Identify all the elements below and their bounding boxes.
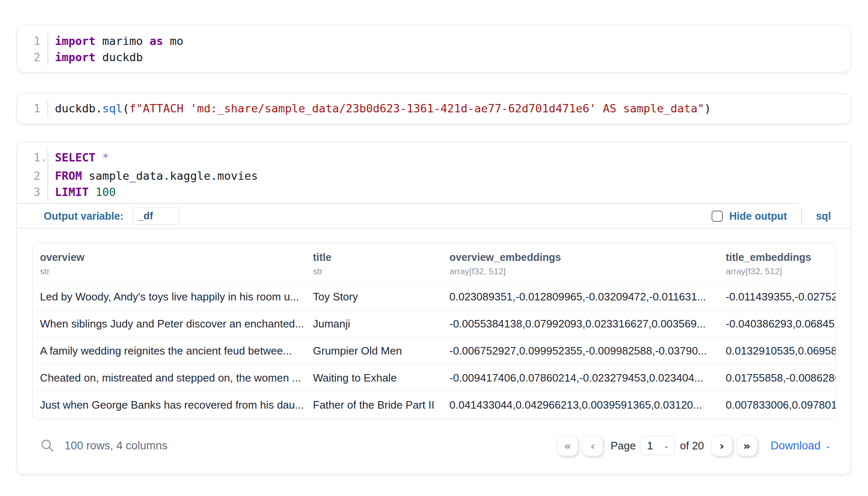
column-name: overview_embeddings — [449, 251, 719, 263]
output-variable-bar: Output variable: Hide output sql — [17, 204, 850, 228]
table-row[interactable]: Just when George Banks has recovered fro… — [32, 391, 836, 418]
code-editor[interactable]: 1duckdb.sql(f"ATTACH 'md:_share/sample_d… — [17, 94, 850, 121]
column-header-overview_embeddings[interactable]: overview_embeddingsarray[f32, 512] — [443, 243, 719, 283]
code-text: import marimo as mo — [47, 33, 184, 49]
code-line[interactable]: 2import duckdb — [17, 49, 850, 65]
first-page-button[interactable]: « — [557, 435, 578, 456]
table-cell: Jumanji — [306, 317, 443, 330]
table-cell: Cheated on, mistreated and stepped on, t… — [32, 372, 306, 384]
table-footer: 100 rows, 4 columns « ‹ Page 1 ⌄ of 20 ›… — [17, 429, 850, 462]
table-cell: Grumpier Old Men — [306, 345, 443, 357]
table-cell: A family wedding reignites the ancient f… — [32, 345, 306, 357]
row-summary: 100 rows, 4 columns — [64, 439, 168, 452]
chevron-down-icon: ⌄ — [825, 441, 831, 450]
table-cell: Led by Woody, Andy's toys live happily i… — [32, 290, 306, 303]
column-type: str — [40, 266, 306, 276]
language-badge[interactable]: sql — [816, 210, 831, 222]
next-page-button[interactable]: › — [712, 435, 732, 456]
column-type: array[f32, 512] — [449, 266, 719, 276]
download-label: Download — [771, 439, 821, 452]
table-row[interactable]: When siblings Judy and Peter discover an… — [32, 310, 836, 337]
page-select[interactable]: 1 ⌄ — [640, 436, 675, 455]
column-name: title — [313, 251, 443, 263]
line-number: 2 — [17, 168, 40, 184]
page-label: Page — [610, 439, 636, 452]
table-row[interactable]: A family wedding reignites the ancient f… — [32, 337, 836, 364]
sql-code-editor[interactable]: 1⌄SELECT *2FROM sample_data.kaggle.movie… — [17, 142, 850, 204]
output-variable-label: Output variable: — [44, 210, 124, 222]
code-text: import duckdb — [47, 49, 143, 65]
table-cell: Waiting to Exhale — [306, 372, 443, 384]
gutter-spacer — [40, 33, 47, 49]
table-cell: -0.009417406,0.07860214,-0.023279453,0.0… — [443, 372, 719, 384]
table-header-row: overviewstrtitlestroverview_embeddingsar… — [32, 243, 836, 283]
table-cell: -0.0055384138,0.07992093,0.023316627,0.0… — [443, 317, 719, 330]
column-header-title_embeddings[interactable]: title_embeddingsarray[f32, 512] — [719, 243, 836, 283]
last-page-button[interactable]: » — [737, 435, 757, 456]
gutter-spacer — [40, 168, 47, 184]
table-cell: Toy Story — [306, 290, 443, 303]
table-cell: -0.040386293,0.068451 — [719, 317, 836, 330]
table-cell: Father of the Bride Part II — [306, 399, 443, 412]
chevron-down-icon: ⌄ — [663, 441, 670, 450]
code-line[interactable]: 1import marimo as mo — [17, 33, 850, 49]
hide-output-checkbox[interactable] — [712, 211, 723, 222]
hide-output-label: Hide output — [729, 210, 787, 222]
column-name: title_embeddings — [726, 251, 836, 263]
code-cell-attach: 1duckdb.sql(f"ATTACH 'md:_share/sample_d… — [17, 93, 851, 124]
table-cell: 0.007833006,0.097801 — [719, 399, 836, 412]
table-cell: 0.023089351,-0.012809965,-0.03209472,-0.… — [443, 290, 719, 303]
column-name: overview — [40, 251, 306, 263]
code-cell-imports: 1import marimo as mo2import duckdb — [17, 25, 851, 72]
table-cell: When siblings Judy and Peter discover an… — [32, 317, 306, 330]
line-number: 2 — [17, 49, 40, 65]
table-cell: 0.01755858,-0.00862866 — [719, 372, 836, 384]
table-row[interactable]: Cheated on, mistreated and stepped on, t… — [32, 364, 836, 391]
column-header-title[interactable]: titlestr — [306, 243, 443, 283]
pagination: « ‹ Page 1 ⌄ of 20 › » Download ⌄ — [557, 435, 831, 456]
download-button[interactable]: Download ⌄ — [771, 439, 831, 452]
code-text: LIMIT 100 — [47, 184, 116, 200]
line-number: 1 — [17, 100, 40, 117]
fold-chevron-icon[interactable]: ⌄ — [40, 149, 47, 168]
table-cell: Just when George Banks has recovered fro… — [32, 399, 306, 412]
result-table: overviewstrtitlestroverview_embeddingsar… — [32, 243, 836, 419]
table-cell: 0.041433044,0.042966213,0.0039591365,0.0… — [443, 399, 719, 412]
gutter-spacer — [40, 100, 47, 117]
code-line[interactable]: 1duckdb.sql(f"ATTACH 'md:_share/sample_d… — [17, 100, 850, 117]
page-count-label: of 20 — [680, 439, 704, 452]
table-cell: 0.0132910535,0.069588 — [719, 345, 836, 357]
previous-page-button[interactable]: ‹ — [582, 435, 603, 456]
divider — [801, 208, 802, 224]
code-text: SELECT * — [47, 149, 109, 168]
gutter-spacer — [40, 49, 47, 65]
sql-cell: 1⌄SELECT *2FROM sample_data.kaggle.movie… — [17, 141, 851, 474]
line-number: 1 — [17, 33, 40, 49]
table-row[interactable]: Led by Woody, Andy's toys live happily i… — [32, 283, 836, 310]
search-icon[interactable] — [40, 439, 55, 453]
divider — [17, 228, 850, 229]
line-number: 1 — [17, 149, 40, 168]
code-text: duckdb.sql(f"ATTACH 'md:_share/sample_da… — [47, 100, 711, 117]
page-select-value: 1 — [647, 439, 653, 452]
column-header-overview[interactable]: overviewstr — [32, 243, 306, 283]
table-cell: -0.006752927,0.099952355,-0.009982588,-0… — [443, 345, 719, 357]
line-number: 3 — [17, 184, 40, 200]
column-type: array[f32, 512] — [726, 266, 836, 276]
column-type: str — [313, 266, 443, 276]
gutter-spacer — [40, 184, 47, 200]
code-line[interactable]: 2FROM sample_data.kaggle.movies — [17, 168, 850, 184]
code-editor[interactable]: 1import marimo as mo2import duckdb — [17, 25, 850, 69]
output-variable-input[interactable] — [133, 207, 179, 225]
table-cell: -0.011439355,-0.027525 — [719, 290, 836, 303]
code-text: FROM sample_data.kaggle.movies — [47, 168, 258, 184]
code-line[interactable]: 1⌄SELECT * — [17, 149, 850, 168]
code-line[interactable]: 3LIMIT 100 — [17, 184, 850, 200]
